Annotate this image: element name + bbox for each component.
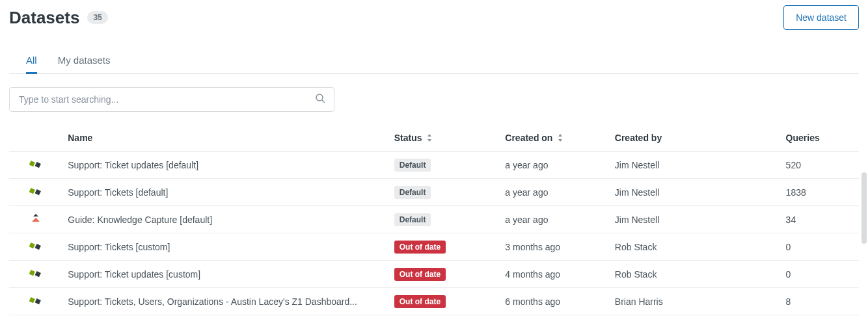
svg-rect-5 [35, 189, 41, 195]
dataset-name: Support: Tickets [custom] [62, 233, 389, 261]
sort-icon [558, 134, 563, 143]
new-dataset-button[interactable]: New dataset [783, 5, 859, 30]
status-cell: Out of date [389, 233, 500, 261]
status-cell: Out of date [389, 288, 500, 315]
column-header-name[interactable]: Name [62, 126, 389, 151]
created-by: Jim Nestell [610, 179, 781, 206]
dataset-name: Guide: Knowledge Capture [default] [62, 206, 389, 233]
table-row[interactable]: Support: Ticket updates [custom]Out of d… [9, 261, 859, 288]
page-title: Datasets [9, 8, 79, 28]
column-label: Created on [505, 133, 552, 143]
svg-rect-4 [29, 188, 35, 194]
created-by: Rob Stack [610, 233, 781, 261]
created-on: 4 months ago [500, 261, 610, 288]
tabs: All My datasets [9, 48, 859, 74]
column-header-created-on[interactable]: Created on [500, 126, 610, 151]
status-badge: Default [394, 186, 431, 199]
status-cell: Default [389, 206, 500, 233]
datasets-table: Name Status Created on Created by [9, 126, 859, 315]
column-label: Queries [786, 133, 820, 143]
status-cell: Default [389, 151, 500, 179]
status-badge: Out of date [394, 268, 446, 281]
dataset-count-badge: 35 [87, 11, 107, 24]
created-by: Jim Nestell [610, 206, 781, 233]
table-row[interactable]: Guide: Knowledge Capture [default]Defaul… [9, 206, 859, 233]
column-header-queries[interactable]: Queries [781, 126, 859, 151]
created-on: 3 months ago [500, 233, 610, 261]
support-product-icon [9, 179, 62, 206]
guide-product-icon [9, 206, 62, 233]
column-header-status[interactable]: Status [389, 126, 500, 151]
status-badge: Default [394, 213, 431, 226]
column-label: Name [68, 133, 92, 143]
search-input[interactable] [9, 87, 334, 112]
created-on: a year ago [500, 151, 610, 179]
column-label: Created by [615, 133, 662, 143]
svg-rect-8 [29, 242, 35, 248]
queries-count: 0 [781, 261, 859, 288]
table-row[interactable]: Support: Tickets [default]Defaulta year … [9, 179, 859, 206]
queries-count: 34 [781, 206, 859, 233]
tab-all[interactable]: All [26, 48, 37, 74]
svg-rect-11 [35, 271, 41, 277]
support-product-icon [9, 261, 62, 288]
svg-rect-3 [35, 162, 41, 168]
created-on: a year ago [500, 206, 610, 233]
column-label: Status [394, 133, 422, 143]
sort-icon [427, 134, 432, 143]
dataset-name: Support: Ticket updates [default] [62, 151, 389, 179]
svg-rect-10 [29, 270, 35, 276]
queries-count: 1838 [781, 179, 859, 206]
table-row[interactable]: Support: Tickets [custom]Out of date3 mo… [9, 233, 859, 261]
created-on: 6 months ago [500, 288, 610, 315]
queries-count: 520 [781, 151, 859, 179]
status-badge: Out of date [394, 295, 446, 308]
created-by: Jim Nestell [610, 151, 781, 179]
queries-count: 8 [781, 288, 859, 315]
svg-rect-12 [29, 297, 35, 303]
svg-rect-13 [35, 298, 41, 304]
status-badge: Default [394, 159, 431, 172]
svg-rect-2 [29, 161, 35, 166]
status-cell: Out of date [389, 261, 500, 288]
table-row[interactable]: Support: Ticket updates [default]Default… [9, 151, 859, 179]
support-product-icon [9, 288, 62, 315]
svg-marker-6 [33, 214, 38, 216]
created-by: Rob Stack [610, 261, 781, 288]
scrollbar[interactable] [861, 172, 867, 244]
table-row[interactable]: Support: Tickets, Users, Organizations -… [9, 288, 859, 315]
svg-marker-7 [32, 218, 40, 222]
status-badge: Out of date [394, 241, 446, 254]
dataset-name: Support: Tickets [default] [62, 179, 389, 206]
created-on: a year ago [500, 179, 610, 206]
queries-count: 0 [781, 233, 859, 261]
dataset-name: Support: Ticket updates [custom] [62, 261, 389, 288]
tab-my-datasets[interactable]: My datasets [58, 48, 111, 74]
created-by: Brian Harris [610, 288, 781, 315]
support-product-icon [9, 233, 62, 261]
column-header-created-by[interactable]: Created by [610, 126, 781, 151]
status-cell: Default [389, 179, 500, 206]
support-product-icon [9, 151, 62, 179]
dataset-name: Support: Tickets, Users, Organizations -… [62, 288, 389, 315]
svg-rect-9 [35, 244, 41, 250]
